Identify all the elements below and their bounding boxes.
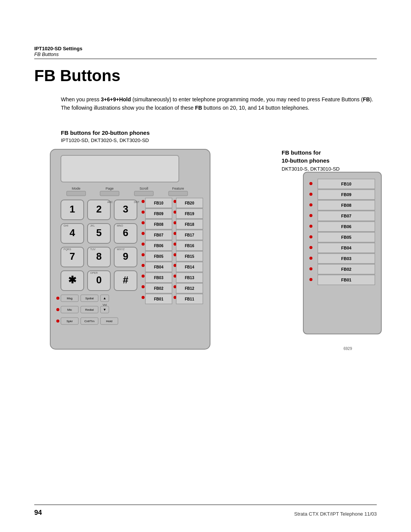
svg-text:FB18: FB18 xyxy=(185,222,194,227)
key-combo: 3+6+9+Hold xyxy=(101,96,131,102)
body-text-line1: When you press xyxy=(61,96,101,102)
svg-text:FB06: FB06 xyxy=(154,244,164,248)
svg-text:FB08: FB08 xyxy=(341,203,352,208)
svg-text:FB04: FB04 xyxy=(154,265,164,269)
body-text-cont3: buttons on 20, 10, and 14 button telepho… xyxy=(202,105,309,111)
svg-text:FB09: FB09 xyxy=(341,192,352,197)
svg-text:FB20: FB20 xyxy=(185,201,194,205)
svg-point-51 xyxy=(56,308,59,311)
svg-text:GHI: GHI xyxy=(64,224,68,227)
svg-rect-3 xyxy=(67,191,86,196)
svg-text:3: 3 xyxy=(123,203,128,215)
fb-ref2: FB xyxy=(195,105,202,111)
svg-rect-5 xyxy=(100,191,119,196)
header-italic-subtitle: FB Buttons xyxy=(34,51,377,57)
svg-text:FB05: FB05 xyxy=(341,235,352,240)
svg-point-83 xyxy=(142,232,145,235)
svg-text:6: 6 xyxy=(123,227,128,238)
svg-point-147 xyxy=(309,193,312,196)
section-20-subtitle: IPT1020-SD, DKT3020-S, DKT3020-SD xyxy=(61,137,150,143)
svg-point-71 xyxy=(142,211,145,214)
svg-text:▼: ▼ xyxy=(103,308,107,312)
svg-text:FB07: FB07 xyxy=(154,233,164,237)
svg-text:#: # xyxy=(123,274,129,286)
body-text-cont1: (simultaneously) to enter telephone prog… xyxy=(131,96,363,102)
svg-point-144 xyxy=(309,182,312,185)
section-10-title: FB buttons for10-button phones xyxy=(282,149,381,165)
svg-text:5: 5 xyxy=(96,227,102,238)
svg-point-119 xyxy=(142,296,145,299)
svg-text:FB03: FB03 xyxy=(341,256,352,261)
svg-text:1: 1 xyxy=(70,203,75,215)
header-section: IPT1020-SD Settings FB Buttons xyxy=(34,46,377,59)
svg-text:✱: ✱ xyxy=(68,274,76,286)
svg-text:Mic: Mic xyxy=(67,308,72,312)
svg-point-165 xyxy=(309,257,312,260)
svg-text:FB14: FB14 xyxy=(185,265,194,269)
svg-point-58 xyxy=(56,320,59,323)
svg-rect-1 xyxy=(61,155,179,182)
footer-right-text: Strata CTX DKT/IPT Telephone 11/03 xyxy=(294,511,377,517)
svg-text:Spkr: Spkr xyxy=(67,320,73,323)
svg-text:FB11: FB11 xyxy=(185,297,194,301)
svg-text:FB01: FB01 xyxy=(154,297,164,301)
svg-point-171 xyxy=(309,278,312,281)
svg-text:FB17: FB17 xyxy=(185,233,194,237)
svg-point-65 xyxy=(142,200,145,203)
svg-point-95 xyxy=(142,253,145,256)
footer-page-number: 94 xyxy=(34,509,42,517)
svg-text:Page: Page xyxy=(105,187,113,190)
svg-point-168 xyxy=(309,267,312,270)
svg-point-101 xyxy=(142,264,145,267)
svg-text:FB15: FB15 xyxy=(185,254,194,259)
svg-rect-9 xyxy=(169,191,188,196)
section-20-label: FB buttons for 20-button phones IPT1020-… xyxy=(61,129,150,148)
svg-point-77 xyxy=(142,221,145,224)
svg-text:Hold: Hold xyxy=(106,320,112,323)
svg-point-162 xyxy=(309,246,312,249)
svg-text:9: 9 xyxy=(123,251,128,262)
svg-text:▲: ▲ xyxy=(103,296,107,300)
svg-text:FB04: FB04 xyxy=(341,246,352,250)
svg-text:FB09: FB09 xyxy=(154,212,164,216)
svg-text:Spdial: Spdial xyxy=(85,297,94,300)
svg-text:FB16: FB16 xyxy=(185,244,194,248)
svg-text:Scroll: Scroll xyxy=(140,187,148,190)
svg-text:FB07: FB07 xyxy=(341,214,352,218)
footer: 94 Strata CTX DKT/IPT Telephone 11/03 xyxy=(34,505,377,517)
svg-text:TUV: TUV xyxy=(90,248,96,251)
svg-text:FB19: FB19 xyxy=(185,212,194,216)
svg-text:8: 8 xyxy=(96,251,102,262)
page-title: FB Buttons xyxy=(34,67,120,85)
svg-point-156 xyxy=(309,225,312,228)
svg-text:Feature: Feature xyxy=(172,187,184,190)
svg-text:FB10: FB10 xyxy=(341,182,352,186)
svg-point-159 xyxy=(309,235,312,238)
section-10-label: FB buttons for10-button phones DKT3010-S… xyxy=(282,149,381,172)
figure-number: 6929 xyxy=(344,347,352,351)
svg-text:Redial: Redial xyxy=(85,308,94,312)
svg-point-153 xyxy=(309,214,312,217)
svg-point-43 xyxy=(56,297,59,300)
svg-text:FB06: FB06 xyxy=(341,224,352,229)
svg-text:FB02: FB02 xyxy=(154,286,164,291)
svg-text:FB10: FB10 xyxy=(154,201,164,205)
header-bold-title: IPT1020-SD Settings xyxy=(34,46,377,51)
body-text: When you press 3+6+9+Hold (simultaneousl… xyxy=(61,95,377,112)
svg-text:OPER: OPER xyxy=(90,272,98,274)
svg-text:MNO: MNO xyxy=(117,224,123,227)
svg-text:FB13: FB13 xyxy=(185,276,194,280)
svg-text:WXYZ: WXYZ xyxy=(117,248,125,251)
svg-text:PQRS: PQRS xyxy=(64,248,71,251)
svg-text:4: 4 xyxy=(70,227,75,238)
section-10-subtitle: DKT3010-S, DKT3010-SD xyxy=(282,166,381,172)
section-20-title: FB buttons for 20-button phones xyxy=(61,129,150,136)
svg-text:JKL: JKL xyxy=(90,224,95,227)
svg-rect-7 xyxy=(134,191,153,196)
page-container: IPT1020-SD Settings FB Buttons FB Button… xyxy=(0,0,411,532)
svg-text:FB12: FB12 xyxy=(185,286,194,291)
svg-point-107 xyxy=(142,275,145,278)
svg-text:0: 0 xyxy=(96,274,102,286)
svg-text:Cnf/Trn: Cnf/Trn xyxy=(84,320,94,323)
phone-diagram-20: Mode Page Scroll Feature 1 2 ABC 3 DEF 4… xyxy=(49,149,213,350)
